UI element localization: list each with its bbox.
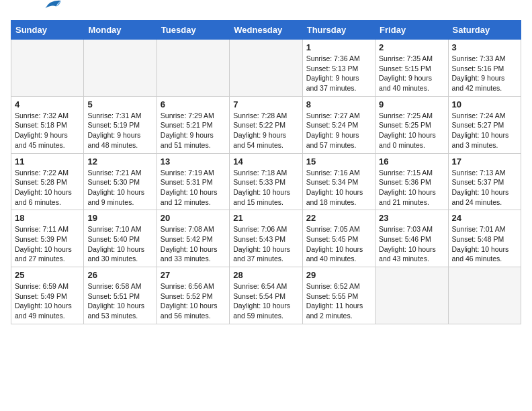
day-info: Sunrise: 7:35 AM Sunset: 5:15 PM Dayligh… — [379, 54, 444, 93]
day-number: 28 — [233, 270, 298, 280]
calendar-cell: 9Sunrise: 7:25 AM Sunset: 5:25 PM Daylig… — [375, 96, 448, 153]
day-number: 22 — [306, 213, 371, 223]
calendar-cell — [230, 40, 302, 97]
day-number: 29 — [306, 270, 371, 280]
day-number: 6 — [161, 99, 226, 109]
calendar-cell: 18Sunrise: 7:11 AM Sunset: 5:39 PM Dayli… — [11, 210, 84, 267]
day-info: Sunrise: 6:52 AM Sunset: 5:55 PM Dayligh… — [306, 281, 371, 321]
day-number: 10 — [452, 99, 517, 109]
calendar-cell — [11, 40, 84, 97]
calendar-week-row: 1Sunrise: 7:36 AM Sunset: 5:13 PM Daylig… — [11, 40, 521, 97]
calendar-cell: 20Sunrise: 7:08 AM Sunset: 5:42 PM Dayli… — [157, 210, 229, 267]
day-number: 23 — [379, 213, 444, 223]
day-info: Sunrise: 7:29 AM Sunset: 5:21 PM Dayligh… — [161, 111, 226, 150]
day-info: Sunrise: 6:56 AM Sunset: 5:52 PM Dayligh… — [161, 281, 226, 321]
calendar-week-row: 18Sunrise: 7:11 AM Sunset: 5:39 PM Dayli… — [11, 210, 521, 267]
day-info: Sunrise: 7:24 AM Sunset: 5:27 PM Dayligh… — [452, 111, 517, 150]
day-number: 20 — [161, 213, 226, 223]
calendar-cell: 28Sunrise: 6:54 AM Sunset: 5:54 PM Dayli… — [230, 267, 302, 324]
calendar-cell: 2Sunrise: 7:35 AM Sunset: 5:15 PM Daylig… — [375, 40, 448, 97]
day-number: 27 — [161, 270, 226, 280]
day-number: 1 — [306, 42, 371, 52]
day-info: Sunrise: 7:33 AM Sunset: 5:16 PM Dayligh… — [452, 54, 517, 93]
calendar-cell: 13Sunrise: 7:19 AM Sunset: 5:31 PM Dayli… — [157, 153, 229, 210]
calendar-cell: 1Sunrise: 7:36 AM Sunset: 5:13 PM Daylig… — [302, 40, 375, 97]
calendar-cell: 5Sunrise: 7:31 AM Sunset: 5:19 PM Daylig… — [84, 96, 157, 153]
day-number: 4 — [15, 99, 80, 109]
day-info: Sunrise: 7:27 AM Sunset: 5:24 PM Dayligh… — [306, 111, 371, 150]
day-info: Sunrise: 7:21 AM Sunset: 5:30 PM Dayligh… — [87, 168, 152, 208]
day-number: 15 — [306, 156, 371, 167]
calendar-cell: 3Sunrise: 7:33 AM Sunset: 5:16 PM Daylig… — [448, 40, 521, 97]
calendar-table: SundayMondayTuesdayWednesdayThursdayFrid… — [11, 20, 521, 324]
calendar-cell — [157, 40, 229, 97]
calendar-cell — [84, 40, 157, 97]
calendar-cell: 22Sunrise: 7:05 AM Sunset: 5:45 PM Dayli… — [302, 210, 375, 267]
calendar-cell: 8Sunrise: 7:27 AM Sunset: 5:24 PM Daylig… — [302, 96, 375, 153]
page-header — [11, 11, 521, 12]
calendar-cell: 7Sunrise: 7:28 AM Sunset: 5:22 PM Daylig… — [230, 96, 302, 153]
calendar-cell: 27Sunrise: 6:56 AM Sunset: 5:52 PM Dayli… — [157, 267, 229, 324]
calendar-week-row: 4Sunrise: 7:32 AM Sunset: 5:18 PM Daylig… — [11, 96, 521, 153]
day-number: 12 — [87, 156, 152, 167]
calendar-cell: 24Sunrise: 7:01 AM Sunset: 5:48 PM Dayli… — [448, 210, 521, 267]
day-info: Sunrise: 7:32 AM Sunset: 5:18 PM Dayligh… — [15, 111, 80, 150]
day-info: Sunrise: 7:28 AM Sunset: 5:22 PM Dayligh… — [233, 111, 298, 150]
day-number: 25 — [15, 270, 80, 280]
day-info: Sunrise: 6:54 AM Sunset: 5:54 PM Dayligh… — [233, 281, 298, 321]
calendar-cell: 12Sunrise: 7:21 AM Sunset: 5:30 PM Dayli… — [84, 153, 157, 210]
day-number: 26 — [87, 270, 152, 280]
calendar-cell: 17Sunrise: 7:13 AM Sunset: 5:37 PM Dayli… — [448, 153, 521, 210]
day-info: Sunrise: 7:05 AM Sunset: 5:45 PM Dayligh… — [306, 224, 371, 264]
calendar-cell: 25Sunrise: 6:59 AM Sunset: 5:49 PM Dayli… — [11, 267, 84, 324]
day-number: 8 — [306, 99, 371, 109]
day-number: 5 — [87, 99, 152, 109]
calendar-cell: 10Sunrise: 7:24 AM Sunset: 5:27 PM Dayli… — [448, 96, 521, 153]
weekday-header: Thursday — [302, 21, 375, 40]
calendar-cell — [448, 267, 521, 324]
day-info: Sunrise: 7:11 AM Sunset: 5:39 PM Dayligh… — [15, 224, 80, 264]
weekday-header: Sunday — [11, 21, 84, 40]
day-info: Sunrise: 7:19 AM Sunset: 5:31 PM Dayligh… — [161, 168, 226, 208]
day-number: 19 — [87, 213, 152, 223]
logo-bird-icon — [43, 0, 62, 12]
logo — [11, 11, 62, 12]
day-number: 18 — [15, 213, 80, 223]
day-info: Sunrise: 7:31 AM Sunset: 5:19 PM Dayligh… — [87, 111, 152, 150]
day-info: Sunrise: 7:16 AM Sunset: 5:34 PM Dayligh… — [306, 168, 371, 208]
calendar-cell: 26Sunrise: 6:58 AM Sunset: 5:51 PM Dayli… — [84, 267, 157, 324]
day-number: 2 — [379, 42, 444, 52]
calendar-cell: 4Sunrise: 7:32 AM Sunset: 5:18 PM Daylig… — [11, 96, 84, 153]
day-number: 14 — [233, 156, 298, 167]
weekday-header: Saturday — [448, 21, 521, 40]
day-info: Sunrise: 7:13 AM Sunset: 5:37 PM Dayligh… — [452, 168, 517, 208]
calendar-cell: 23Sunrise: 7:03 AM Sunset: 5:46 PM Dayli… — [375, 210, 448, 267]
weekday-header: Friday — [375, 21, 448, 40]
calendar-cell: 15Sunrise: 7:16 AM Sunset: 5:34 PM Dayli… — [302, 153, 375, 210]
calendar-cell: 19Sunrise: 7:10 AM Sunset: 5:40 PM Dayli… — [84, 210, 157, 267]
day-number: 21 — [233, 213, 298, 223]
calendar-week-row: 25Sunrise: 6:59 AM Sunset: 5:49 PM Dayli… — [11, 267, 521, 324]
day-info: Sunrise: 7:22 AM Sunset: 5:28 PM Dayligh… — [15, 168, 80, 208]
weekday-header: Tuesday — [157, 21, 229, 40]
day-number: 9 — [379, 99, 444, 109]
day-number: 11 — [15, 156, 80, 167]
day-info: Sunrise: 7:18 AM Sunset: 5:33 PM Dayligh… — [233, 168, 298, 208]
calendar-cell: 29Sunrise: 6:52 AM Sunset: 5:55 PM Dayli… — [302, 267, 375, 324]
day-number: 17 — [452, 156, 517, 167]
calendar-cell: 21Sunrise: 7:06 AM Sunset: 5:43 PM Dayli… — [230, 210, 302, 267]
day-info: Sunrise: 7:03 AM Sunset: 5:46 PM Dayligh… — [379, 224, 444, 264]
calendar-cell: 14Sunrise: 7:18 AM Sunset: 5:33 PM Dayli… — [230, 153, 302, 210]
day-info: Sunrise: 7:08 AM Sunset: 5:42 PM Dayligh… — [161, 224, 226, 264]
day-info: Sunrise: 7:01 AM Sunset: 5:48 PM Dayligh… — [452, 224, 517, 264]
calendar-cell: 16Sunrise: 7:15 AM Sunset: 5:36 PM Dayli… — [375, 153, 448, 210]
day-number: 24 — [452, 213, 517, 223]
day-info: Sunrise: 7:06 AM Sunset: 5:43 PM Dayligh… — [233, 224, 298, 264]
calendar-header-row: SundayMondayTuesdayWednesdayThursdayFrid… — [11, 21, 521, 40]
calendar-cell: 11Sunrise: 7:22 AM Sunset: 5:28 PM Dayli… — [11, 153, 84, 210]
day-info: Sunrise: 7:25 AM Sunset: 5:25 PM Dayligh… — [379, 111, 444, 150]
day-number: 7 — [233, 99, 298, 109]
day-info: Sunrise: 7:15 AM Sunset: 5:36 PM Dayligh… — [379, 168, 444, 208]
calendar-cell: 6Sunrise: 7:29 AM Sunset: 5:21 PM Daylig… — [157, 96, 229, 153]
day-info: Sunrise: 7:10 AM Sunset: 5:40 PM Dayligh… — [87, 224, 152, 264]
